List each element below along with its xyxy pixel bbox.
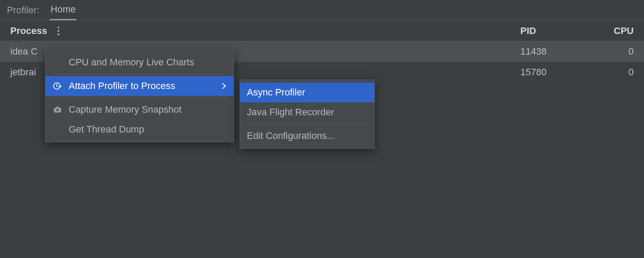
submenu-item-label: Java Flight Recorder: [247, 107, 366, 118]
context-submenu: Async Profiler Java Flight Recorder Edit…: [240, 80, 375, 149]
submenu-item-edit-configurations[interactable]: Edit Configurations...: [240, 126, 374, 146]
submenu-item-java-flight-recorder[interactable]: Java Flight Recorder: [240, 102, 374, 122]
cell-pid: 11438: [520, 46, 606, 57]
menu-item-label: Attach Profiler to Process: [69, 80, 215, 92]
menu-separator: [52, 98, 227, 98]
clock-play-icon: [52, 81, 63, 91]
column-header-process[interactable]: Process: [10, 25, 70, 37]
cell-pid: 15780: [520, 67, 606, 78]
svg-point-1: [56, 109, 58, 111]
column-header-pid-label: PID: [520, 25, 536, 36]
menu-item-label: Capture Memory Snapshot: [69, 104, 225, 115]
profiler-tabbar: Profiler: Home: [0, 0, 644, 21]
profiler-tabbar-label: Profiler:: [7, 5, 39, 16]
tab-home[interactable]: Home: [50, 0, 77, 20]
tab-home-label: Home: [51, 4, 76, 15]
menu-item-label: CPU and Memory Live Charts: [69, 57, 225, 68]
column-header-pid[interactable]: PID: [520, 25, 606, 37]
blank-icon: [52, 57, 63, 68]
cell-cpu: 0: [606, 46, 634, 57]
menu-item-attach-profiler[interactable]: Attach Profiler to Process: [46, 76, 234, 96]
menu-item-get-thread-dump[interactable]: Get Thread Dump: [46, 120, 234, 139]
menu-separator: [247, 124, 368, 124]
context-menu: CPU and Memory Live Charts Attach Profil…: [45, 49, 234, 142]
column-header-cpu[interactable]: CPU: [606, 25, 634, 37]
submenu-item-async-profiler[interactable]: Async Profiler: [240, 83, 374, 102]
blank-icon: [52, 124, 63, 135]
process-table-header: Process PID CPU: [0, 21, 644, 41]
chevron-right-icon: [220, 83, 226, 89]
column-header-cpu-label: CPU: [614, 25, 634, 36]
column-header-process-label: Process: [10, 25, 47, 37]
submenu-item-label: Edit Configurations...: [247, 130, 366, 141]
menu-item-cpu-memory-live-charts[interactable]: CPU and Memory Live Charts: [46, 52, 234, 72]
menu-item-label: Get Thread Dump: [69, 124, 225, 135]
menu-item-capture-memory-snapshot[interactable]: Capture Memory Snapshot: [46, 100, 234, 120]
submenu-item-label: Async Profiler: [247, 87, 366, 98]
menu-separator: [52, 74, 227, 74]
kebab-icon[interactable]: [56, 25, 61, 37]
cell-cpu: 0: [606, 67, 634, 78]
camera-icon: [52, 104, 63, 115]
